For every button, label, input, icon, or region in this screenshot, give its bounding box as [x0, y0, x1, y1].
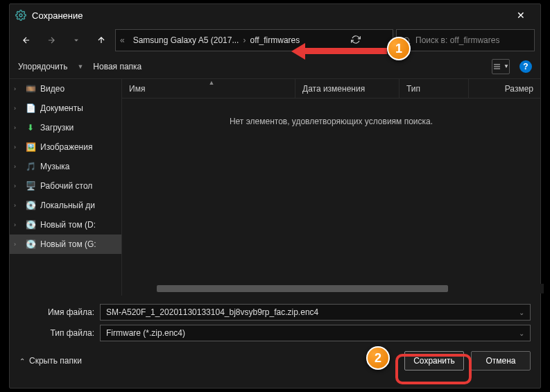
sidebar-item-label: Документы	[40, 103, 83, 113]
sidebar-item-label: Изображения	[40, 142, 92, 152]
recent-dropdown[interactable]	[65, 29, 87, 51]
refresh-icon[interactable]	[351, 35, 361, 46]
sidebar-item-label: Рабочий стол	[40, 181, 92, 191]
sidebar-item[interactable]: ›⬇Загрузки	[10, 118, 121, 137]
filetype-select[interactable]: Firmware (*.zip.enc4) ⌄	[100, 325, 531, 341]
column-headers: Имя▲ Дата изменения Тип Размер	[122, 79, 540, 99]
svg-point-0	[19, 14, 22, 17]
sidebar-item[interactable]: ›🖥️Рабочий стол	[10, 176, 121, 196]
sidebar-item[interactable]: ›💽Новый том (D:	[10, 215, 121, 235]
folder-icon: 🎞️	[25, 83, 36, 94]
sort-indicator: ▲	[209, 79, 215, 86]
breadcrumb-part2[interactable]: off_firmwares	[250, 35, 300, 45]
help-button[interactable]: ?	[519, 60, 532, 73]
annotation-badge-1: 1	[387, 37, 411, 60]
close-button[interactable]: ✕	[507, 4, 535, 26]
sidebar-item[interactable]: ›🎞️Видео	[10, 79, 121, 99]
folder-icon: 📄	[25, 103, 36, 114]
navbar: « Samsung Galaxy A5 (2017... › off_firmw…	[10, 26, 540, 54]
chevron-right-icon: ›	[14, 221, 21, 228]
dialog-title: Сохранение	[32, 10, 83, 21]
sidebar-item-label: Видео	[40, 84, 65, 94]
folder-icon: 🖼️	[25, 142, 36, 153]
search-input[interactable]: Поиск в: off_firmwares	[396, 29, 535, 51]
chevron-right-icon: ›	[14, 163, 21, 170]
chevron-right-icon: ›	[14, 124, 21, 131]
filetype-label: Тип файла:	[19, 328, 94, 338]
horizontal-scrollbar[interactable]	[155, 284, 544, 293]
toolbar: Упорядочить ▼ Новая папка ▼ ?	[10, 54, 540, 79]
folder-icon: 🖥️	[25, 180, 36, 191]
sidebar-item-label: Локальный ди	[40, 201, 95, 210]
new-folder-button[interactable]: Новая папка	[93, 62, 141, 71]
save-dialog: Сохранение ✕ « Samsung Galaxy A5 (2017..…	[9, 3, 541, 389]
cancel-button[interactable]: Отмена	[471, 351, 531, 370]
scrollbar-thumb[interactable]	[157, 285, 448, 292]
folder-icon: 💽	[25, 239, 36, 250]
titlebar: Сохранение ✕	[10, 4, 540, 26]
folder-icon: 💽	[25, 200, 36, 211]
chevron-right-icon: ›	[14, 241, 21, 248]
breadcrumb-chevrons: «	[120, 35, 125, 45]
sidebar-item[interactable]: ›🖼️Изображения	[10, 137, 121, 157]
sidebar-item-label: Новый том (G:	[40, 239, 96, 249]
organize-button[interactable]: Упорядочить	[18, 62, 67, 71]
chevron-right-icon: ›	[14, 85, 21, 92]
sidebar-item-label: Новый том (D:	[40, 220, 96, 230]
up-button[interactable]	[90, 29, 112, 51]
save-button[interactable]: Сохранить	[404, 351, 464, 370]
folder-icon: 💽	[25, 219, 36, 230]
hide-folders-button[interactable]: ⌃ Скрыть папки	[19, 356, 82, 366]
chevron-up-icon: ⌃	[19, 357, 25, 365]
forward-button[interactable]	[40, 29, 62, 51]
sidebar-item[interactable]: ›🎵Музыка	[10, 157, 121, 176]
filename-label: Имя файла:	[19, 307, 94, 317]
col-name[interactable]: Имя▲	[122, 79, 295, 98]
chevron-right-icon: ›	[14, 202, 21, 209]
dialog-body: ›🎞️Видео›📄Документы›⬇Загрузки›🖼️Изображе…	[10, 79, 540, 296]
sidebar-item[interactable]: ›💽Локальный ди	[10, 196, 121, 215]
chevron-right-icon: ›	[14, 105, 21, 112]
col-size[interactable]: Размер	[469, 79, 540, 98]
search-placeholder: Поиск в: off_firmwares	[415, 35, 499, 45]
filename-input[interactable]: SM-A520F_1_20201130133104_bj8vsyb9rp_fac…	[100, 304, 531, 321]
folder-icon: ⬇	[25, 122, 36, 133]
col-type[interactable]: Тип	[399, 79, 469, 98]
chevron-down-icon[interactable]: ⌄	[519, 330, 524, 337]
breadcrumb[interactable]: « Samsung Galaxy A5 (2017... › off_firmw…	[115, 29, 393, 51]
gear-icon	[15, 10, 26, 21]
breadcrumb-part1[interactable]: Samsung Galaxy A5 (2017...	[133, 35, 239, 45]
chevron-right-icon: ›	[14, 182, 21, 189]
sidebar-item-label: Загрузки	[40, 123, 74, 133]
back-button[interactable]	[15, 29, 37, 51]
footer: Имя файла: SM-A520F_1_20201130133104_bj8…	[10, 296, 540, 380]
sidebar-item[interactable]: ›📄Документы	[10, 99, 121, 118]
annotation-badge-2: 2	[366, 346, 390, 370]
chevron-down-icon[interactable]: ⌄	[519, 309, 524, 316]
sidebar: ›🎞️Видео›📄Документы›⬇Загрузки›🖼️Изображе…	[10, 79, 122, 296]
sidebar-item-label: Музыка	[40, 162, 69, 171]
col-date[interactable]: Дата изменения	[295, 79, 399, 98]
content-area: Имя▲ Дата изменения Тип Размер Нет элеме…	[122, 79, 540, 296]
view-button[interactable]: ▼	[492, 59, 510, 74]
empty-message: Нет элементов, удовлетворяющих условиям …	[122, 99, 540, 296]
sidebar-item[interactable]: ›💽Новый том (G:	[10, 235, 121, 254]
chevron-right-icon: ›	[14, 144, 21, 151]
organize-caret[interactable]: ▼	[77, 63, 83, 70]
chevron-right-icon: ›	[243, 35, 246, 45]
folder-icon: 🎵	[25, 161, 36, 172]
